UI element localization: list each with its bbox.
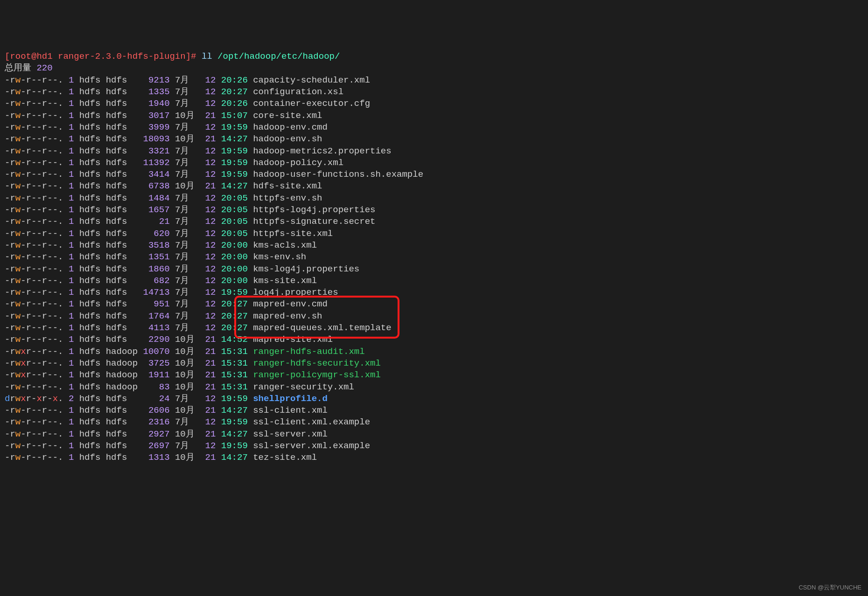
prompt-cwd: ranger-2.3.0-hdfs-plugin] bbox=[53, 51, 191, 62]
file-name: hadoop-user-functions.sh.example bbox=[253, 169, 423, 180]
file-size: 3017 bbox=[143, 111, 170, 121]
file-month: 7月 bbox=[175, 205, 200, 215]
file-group: hadoop bbox=[106, 370, 138, 380]
file-time: 14:27 bbox=[221, 134, 248, 144]
file-name: ranger-hdfs-security.xml bbox=[253, 358, 381, 368]
file-size: 2927 bbox=[143, 429, 170, 439]
file-row: -rw-r--r--. 1 hdfs hdfs 1657 7月 12 20:05… bbox=[5, 205, 375, 215]
file-row: -rw-r--r--. 1 hdfs hdfs 4113 7月 12 20:27… bbox=[5, 323, 392, 333]
file-size: 951 bbox=[143, 299, 170, 309]
file-month: 7月 bbox=[175, 87, 200, 97]
file-row: -rw-r--r--. 1 hdfs hdfs 9213 7月 12 20:26… bbox=[5, 75, 370, 85]
file-row: -rw-r--r--. 1 hdfs hdfs 1313 10月 21 14:2… bbox=[5, 452, 317, 463]
terminal-output[interactable]: [root@hd1 ranger-2.3.0-hdfs-plugin]# ll … bbox=[5, 51, 863, 464]
file-name: kms-acls.xml bbox=[253, 240, 317, 250]
file-time: 20:26 bbox=[221, 98, 248, 109]
file-name: configuration.xsl bbox=[253, 87, 343, 97]
file-name: ssl-client.xml.example bbox=[253, 417, 370, 427]
file-owner: hdfs bbox=[79, 264, 101, 274]
file-name: hadoop-env.cmd bbox=[253, 122, 328, 132]
file-day: 12 bbox=[205, 323, 216, 333]
file-links: 1 bbox=[69, 87, 74, 97]
file-size: 682 bbox=[143, 276, 170, 286]
file-name: shellprofile.d bbox=[253, 394, 328, 404]
file-size: 3414 bbox=[143, 169, 170, 180]
file-group: hdfs bbox=[106, 205, 138, 215]
file-owner: hdfs bbox=[79, 158, 101, 168]
file-time: 20:27 bbox=[221, 87, 248, 97]
file-group: hdfs bbox=[106, 98, 138, 109]
file-time: 20:00 bbox=[221, 240, 248, 250]
file-links: 1 bbox=[69, 240, 74, 250]
file-size: 1484 bbox=[143, 193, 170, 203]
file-links: 1 bbox=[69, 429, 74, 439]
file-size: 2606 bbox=[143, 405, 170, 416]
file-group: hdfs bbox=[106, 441, 138, 451]
file-links: 1 bbox=[69, 382, 74, 392]
file-size: 3999 bbox=[143, 122, 170, 132]
file-day: 12 bbox=[205, 122, 216, 132]
file-size: 9213 bbox=[143, 75, 170, 85]
file-day: 21 bbox=[205, 111, 216, 121]
file-group: hdfs bbox=[106, 252, 138, 262]
file-size: 2697 bbox=[143, 441, 170, 451]
file-row: -rw-r--r--. 1 hdfs hdfs 2606 10月 21 14:2… bbox=[5, 405, 328, 416]
file-month: 7月 bbox=[175, 276, 200, 286]
file-perms: -rw-r--r--. bbox=[5, 205, 63, 215]
file-group: hdfs bbox=[106, 75, 138, 85]
file-day: 12 bbox=[205, 394, 216, 404]
file-group: hadoop bbox=[106, 358, 138, 368]
file-perms: -rwxr--r--. bbox=[5, 347, 63, 357]
file-owner: hdfs bbox=[79, 370, 101, 380]
file-month: 7月 bbox=[175, 216, 200, 227]
file-month: 10月 bbox=[175, 405, 200, 416]
file-group: hdfs bbox=[106, 394, 138, 404]
file-row: -rw-r--r--. 1 hdfs hdfs 21 7月 12 20:05 h… bbox=[5, 216, 375, 227]
file-name: ranger-hdfs-audit.xml bbox=[253, 347, 364, 357]
file-name: ssl-server.xml bbox=[253, 429, 328, 439]
file-month: 7月 bbox=[175, 169, 200, 180]
file-group: hdfs bbox=[106, 134, 138, 144]
file-month: 10月 bbox=[175, 347, 200, 357]
file-name: capacity-scheduler.xml bbox=[253, 75, 370, 85]
file-group: hdfs bbox=[106, 323, 138, 333]
file-day: 12 bbox=[205, 158, 216, 168]
file-size: 1764 bbox=[143, 311, 170, 321]
file-month: 7月 bbox=[175, 252, 200, 262]
file-day: 21 bbox=[205, 181, 216, 191]
file-links: 1 bbox=[69, 75, 74, 85]
file-day: 12 bbox=[205, 193, 216, 203]
file-time: 20:05 bbox=[221, 205, 248, 215]
file-links: 1 bbox=[69, 264, 74, 274]
file-size: 3518 bbox=[143, 240, 170, 250]
file-perms: -rw-r--r--. bbox=[5, 429, 63, 439]
file-day: 12 bbox=[205, 441, 216, 451]
file-day: 21 bbox=[205, 370, 216, 380]
file-name: log4j.properties bbox=[253, 287, 338, 298]
file-links: 1 bbox=[69, 441, 74, 451]
file-name: kms-site.xml bbox=[253, 276, 317, 286]
file-month: 10月 bbox=[175, 181, 200, 191]
file-time: 20:00 bbox=[221, 252, 248, 262]
prompt-symbol: # bbox=[191, 51, 196, 62]
file-group: hdfs bbox=[106, 276, 138, 286]
file-name: container-executor.cfg bbox=[253, 98, 370, 109]
file-links: 1 bbox=[69, 452, 74, 463]
file-group: hdfs bbox=[106, 111, 138, 121]
file-time: 19:59 bbox=[221, 146, 248, 156]
file-day: 21 bbox=[205, 405, 216, 416]
file-row: -rw-r--r--. 1 hdfs hdfs 2697 7月 12 19:59… bbox=[5, 441, 370, 451]
file-size: 3725 bbox=[143, 358, 170, 368]
prompt-user: [root bbox=[5, 51, 31, 62]
file-owner: hdfs bbox=[79, 193, 101, 203]
file-links: 1 bbox=[69, 417, 74, 427]
file-owner: hdfs bbox=[79, 146, 101, 156]
file-day: 12 bbox=[205, 240, 216, 250]
file-time: 20:05 bbox=[221, 216, 248, 227]
file-row: -rw-r--r--. 1 hdfs hdfs 1764 7月 12 20:27… bbox=[5, 311, 322, 321]
file-name: core-site.xml bbox=[253, 111, 322, 121]
file-row: -rwxr--r--. 1 hdfs hadoop 10070 10月 21 1… bbox=[5, 347, 365, 357]
file-perms: -rw-r--r--. bbox=[5, 216, 63, 227]
file-group: hdfs bbox=[106, 264, 138, 274]
file-size: 4113 bbox=[143, 323, 170, 333]
